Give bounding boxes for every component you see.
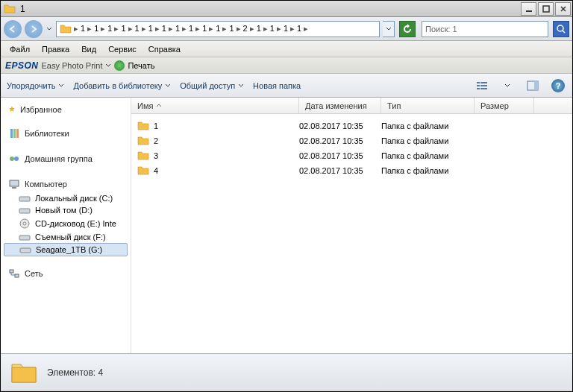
- column-name[interactable]: Имя: [131, 98, 299, 113]
- star-icon: ★: [8, 104, 16, 114]
- window-folder-icon: [4, 3, 16, 15]
- table-row[interactable]: 302.08.2017 10:35Папка с файлами: [131, 148, 572, 163]
- address-bar[interactable]: ▸1▸1▸1▸1▸1▸1▸1▸1▸1▸1▸1▸1▸2▸1▸1▸1▸1▸: [56, 21, 380, 37]
- svg-rect-17: [12, 187, 16, 189]
- svg-rect-25: [15, 274, 19, 277]
- toolbar: Упорядочить Добавить в библиотеку Общий …: [1, 74, 572, 98]
- svg-rect-13: [16, 129, 19, 138]
- menu-tools[interactable]: Сервис: [102, 43, 143, 55]
- cd-icon: [19, 218, 31, 230]
- titlebar: 1: [1, 1, 572, 17]
- back-button[interactable]: [4, 20, 22, 38]
- sidebar-drive-c[interactable]: Локальный диск (C:): [1, 192, 131, 204]
- homegroup-icon: [8, 153, 20, 165]
- maximize-button[interactable]: [538, 2, 554, 16]
- svg-point-2: [557, 25, 563, 31]
- epson-print-label[interactable]: Печать: [128, 61, 154, 70]
- menu-file[interactable]: Файл: [4, 43, 36, 55]
- sidebar-homegroup[interactable]: Домашняя группа: [1, 151, 131, 167]
- svg-rect-23: [20, 248, 31, 253]
- view-mode-dropdown[interactable]: [499, 78, 516, 94]
- column-headers: Имя Дата изменения Тип Размер: [131, 98, 572, 114]
- organize-button[interactable]: Упорядочить: [7, 81, 64, 90]
- svg-rect-6: [480, 85, 487, 86]
- svg-rect-18: [19, 197, 30, 201]
- svg-rect-5: [477, 85, 480, 86]
- sidebar-drive-f[interactable]: Съемный диск (F:): [1, 231, 131, 243]
- share-button[interactable]: Общий доступ: [180, 81, 244, 90]
- sidebar-network[interactable]: Сеть: [1, 265, 131, 282]
- table-row[interactable]: 402.08.2017 10:35Папка с файлами: [131, 163, 572, 178]
- preview-pane-button[interactable]: [525, 78, 541, 94]
- table-row[interactable]: 102.08.2017 10:35Папка с файлами: [131, 118, 572, 133]
- content-area: ★ Избранное Библиотеки Домашняя группа К…: [1, 98, 572, 353]
- svg-rect-3: [477, 82, 480, 83]
- svg-rect-4: [480, 82, 487, 83]
- table-row[interactable]: 202.08.2017 10:35Папка с файлами: [131, 133, 572, 148]
- window-title: 1: [19, 4, 519, 14]
- column-date[interactable]: Дата изменения: [299, 98, 381, 113]
- menu-help[interactable]: Справка: [143, 43, 187, 55]
- epson-toolbar: EPSON Easy Photo Print Печать: [1, 57, 572, 74]
- navigation-pane: ★ Избранное Библиотеки Домашняя группа К…: [1, 98, 131, 353]
- folder-icon: [58, 23, 73, 35]
- breadcrumb[interactable]: ▸1▸1▸1▸1▸1▸1▸1▸1▸1▸1▸1▸1▸2▸1▸1▸1▸1▸: [73, 24, 309, 34]
- minimize-button[interactable]: [521, 2, 536, 16]
- drive-icon: [19, 233, 31, 241]
- svg-rect-12: [13, 129, 16, 138]
- include-library-button[interactable]: Добавить в библиотеку: [73, 81, 171, 90]
- svg-rect-0: [526, 10, 532, 12]
- file-pane: Имя Дата изменения Тип Размер 102.08.201…: [131, 98, 572, 353]
- svg-point-14: [10, 157, 14, 161]
- navbar: ▸1▸1▸1▸1▸1▸1▸1▸1▸1▸1▸1▸1▸2▸1▸1▸1▸1▸ Поис…: [1, 17, 572, 41]
- search-button[interactable]: [553, 21, 569, 37]
- menu-edit[interactable]: Правка: [36, 43, 75, 55]
- status-bar: Элементов: 4: [1, 353, 572, 391]
- svg-point-15: [14, 157, 19, 161]
- sidebar-drive-d[interactable]: Новый том (D:): [1, 204, 131, 216]
- search-placeholder: Поиск: 1: [425, 25, 457, 34]
- file-list: 102.08.2017 10:35Папка с файлами202.08.2…: [131, 114, 572, 353]
- svg-rect-22: [19, 235, 30, 240]
- menubar: Файл Правка Вид Сервис Справка: [1, 41, 572, 57]
- close-button[interactable]: [555, 2, 571, 16]
- print-icon[interactable]: [114, 60, 125, 71]
- help-button[interactable]: ?: [550, 78, 566, 94]
- svg-point-21: [23, 222, 26, 225]
- refresh-button[interactable]: [399, 21, 416, 37]
- drive-icon: [19, 194, 31, 203]
- epson-brand: EPSON: [5, 60, 39, 71]
- svg-rect-19: [19, 209, 30, 213]
- column-spacer: [534, 98, 572, 113]
- forward-button[interactable]: [25, 20, 43, 38]
- folder-large-icon: [10, 358, 38, 387]
- view-mode-button[interactable]: [474, 78, 490, 94]
- svg-rect-7: [477, 88, 480, 89]
- column-size[interactable]: Размер: [475, 98, 534, 113]
- search-input[interactable]: Поиск: 1: [422, 21, 548, 37]
- status-text: Элементов: 4: [47, 367, 103, 378]
- sidebar-computer[interactable]: Компьютер: [1, 176, 131, 192]
- libraries-icon: [8, 127, 20, 139]
- new-folder-button[interactable]: Новая папка: [253, 81, 301, 90]
- epson-subtitle: Easy Photo Print: [42, 61, 103, 70]
- sidebar-favorites[interactable]: ★ Избранное: [1, 102, 131, 116]
- network-icon: [8, 268, 20, 279]
- svg-rect-1: [543, 6, 549, 12]
- nav-history-dropdown[interactable]: [46, 26, 53, 32]
- chevron-down-icon[interactable]: [105, 63, 111, 69]
- svg-rect-16: [10, 180, 19, 186]
- svg-rect-11: [10, 129, 13, 138]
- sidebar-drive-g[interactable]: Seagate_1TB (G:): [4, 243, 128, 256]
- drive-icon: [19, 206, 31, 215]
- svg-rect-24: [10, 270, 13, 273]
- menu-view[interactable]: Вид: [75, 43, 102, 55]
- computer-icon: [8, 178, 20, 190]
- svg-rect-10: [534, 81, 538, 90]
- sidebar-drive-e[interactable]: CD-дисковод (E:) Inte: [1, 216, 131, 231]
- drive-icon: [19, 245, 31, 254]
- sidebar-libraries[interactable]: Библиотеки: [1, 125, 131, 142]
- svg-rect-8: [480, 88, 487, 89]
- column-type[interactable]: Тип: [381, 98, 475, 113]
- address-dropdown[interactable]: [383, 21, 395, 37]
